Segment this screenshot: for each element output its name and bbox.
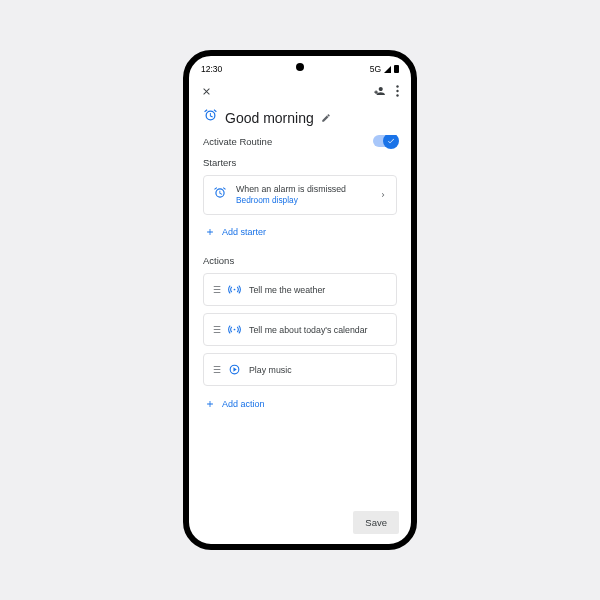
- page-title: Good morning: [225, 110, 314, 126]
- activate-row: Activate Routine: [203, 135, 397, 147]
- add-action-button[interactable]: Add action: [203, 393, 397, 421]
- svg-point-0: [396, 85, 398, 87]
- plus-icon: [205, 227, 215, 237]
- broadcast-icon: [228, 323, 241, 336]
- camera-cutout: [296, 63, 304, 71]
- svg-point-2: [396, 94, 398, 96]
- drag-handle-icon[interactable]: ☰: [213, 325, 220, 335]
- add-action-label: Add action: [222, 399, 265, 409]
- signal-icon: [384, 66, 391, 73]
- action-item[interactable]: ☰ Tell me about today's calendar: [203, 313, 397, 346]
- toggle-knob: [383, 135, 399, 149]
- network-label: 5G: [370, 64, 381, 74]
- overflow-icon: [396, 85, 399, 97]
- actions-heading: Actions: [203, 255, 397, 266]
- add-starter-label: Add starter: [222, 227, 266, 237]
- starter-subtitle: Bedroom display: [236, 195, 370, 206]
- drag-handle-icon[interactable]: ☰: [213, 365, 220, 375]
- share-button[interactable]: [372, 84, 386, 98]
- play-circle-icon: [228, 363, 241, 376]
- alarm-icon: [203, 108, 218, 127]
- drag-handle-icon[interactable]: ☰: [213, 285, 220, 295]
- action-label: Tell me about today's calendar: [249, 325, 368, 335]
- routine-header: Good morning: [189, 104, 411, 135]
- action-label: Play music: [249, 365, 292, 375]
- starter-title: When an alarm is dismissed: [236, 184, 370, 195]
- close-button[interactable]: [201, 86, 212, 97]
- starters-heading: Starters: [203, 157, 397, 168]
- check-icon: [387, 137, 395, 145]
- starter-item[interactable]: When an alarm is dismissed Bedroom displ…: [203, 175, 397, 215]
- close-icon: [201, 86, 212, 97]
- svg-point-3: [234, 289, 236, 291]
- svg-point-4: [234, 329, 236, 331]
- add-starter-button[interactable]: Add starter: [203, 221, 397, 249]
- broadcast-icon: [228, 283, 241, 296]
- save-button[interactable]: Save: [353, 511, 399, 534]
- pencil-icon: [321, 113, 331, 123]
- footer: Save: [189, 503, 411, 544]
- phone-frame: 12:30 5G Good morning Activ: [183, 50, 417, 550]
- activate-toggle[interactable]: [373, 135, 397, 147]
- action-item[interactable]: ☰ Tell me the weather: [203, 273, 397, 306]
- chevron-right-icon: [379, 186, 387, 204]
- clock: 12:30: [201, 64, 222, 74]
- plus-icon: [205, 399, 215, 409]
- app-bar: [189, 80, 411, 104]
- action-item[interactable]: ☰ Play music: [203, 353, 397, 386]
- overflow-button[interactable]: [396, 85, 399, 97]
- activate-label: Activate Routine: [203, 136, 272, 147]
- alarm-icon: [213, 186, 227, 204]
- edit-title-button[interactable]: [321, 113, 331, 123]
- people-add-icon: [372, 84, 386, 98]
- battery-icon: [394, 65, 399, 73]
- action-label: Tell me the weather: [249, 285, 325, 295]
- svg-point-1: [396, 90, 398, 92]
